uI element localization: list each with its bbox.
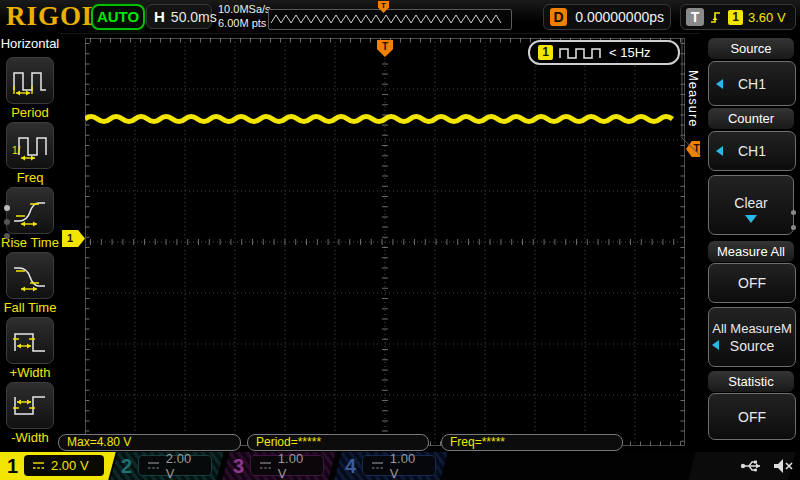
channel4-scale: 1.00 V <box>390 451 427 480</box>
frequency-counter-readout: 1 < 15Hz <box>528 40 680 65</box>
chevron-down-icon <box>745 215 757 223</box>
channel-status-bar: 1 2.00 V 2 2.00 V 3 1.00 V <box>0 452 800 480</box>
channel1-tab[interactable]: 1 2.00 V <box>0 452 112 480</box>
softkey-label-counter: Counter <box>708 108 794 129</box>
chevron-left-icon <box>712 340 719 350</box>
menu-item-minus-width[interactable]: -Width <box>0 382 60 447</box>
channel2-number: 2 <box>121 454 132 478</box>
rising-edge-icon <box>709 9 723 25</box>
channel4-number: 4 <box>345 454 356 478</box>
measurement-max: Max=4.80 V <box>58 434 241 451</box>
counter-channel-badge: 1 <box>538 45 553 60</box>
delay-label: D <box>550 8 567 26</box>
softkey-source[interactable]: CH1 <box>708 61 796 106</box>
rise-time-icon <box>11 195 49 227</box>
softkey-counter-source[interactable]: CH1 <box>708 131 796 171</box>
channel2-scale: 2.00 V <box>166 451 203 480</box>
left-menu-page-dots <box>4 205 10 239</box>
svg-text:1/: 1/ <box>12 145 21 156</box>
menu-item-fall-time[interactable]: Fall Time <box>0 252 60 317</box>
speaker-muted-icon <box>772 458 794 474</box>
measurement-freq: Freq=***** <box>441 434 623 451</box>
right-menu-page-dots <box>791 210 796 230</box>
channel1-ground-marker[interactable]: 1 <box>62 230 85 247</box>
sample-rate: 10.0MSa/s <box>218 2 271 16</box>
softkey-label-source: Source <box>708 38 794 59</box>
run-status-badge: AUTO <box>91 4 145 30</box>
graticule <box>85 38 685 446</box>
square-wave-icon <box>559 46 603 60</box>
channel1-number: 1 <box>7 454 18 478</box>
delay-box[interactable]: D 0.00000000ps <box>543 4 671 30</box>
channel2-tab[interactable]: 2 2.00 V <box>114 452 220 480</box>
dc-coupling-icon <box>371 460 384 471</box>
freq-icon: 1/ <box>11 130 49 162</box>
softkey-all-measure-source[interactable]: All MeasureM Source <box>708 307 796 367</box>
counter-value: < 15Hz <box>609 45 651 60</box>
ch1-trace <box>85 117 673 122</box>
left-menu: Horizontal Period 1/ Freq <box>0 33 60 452</box>
delay-value: 0.00000000ps <box>575 9 664 25</box>
plus-width-icon <box>11 325 49 357</box>
softkey-label-measure-all: Measure All <box>708 241 794 262</box>
usb-icon <box>740 459 764 473</box>
channel1-scale: 2.00 V <box>51 458 89 473</box>
trigger-level-value: 3.60 V <box>748 10 786 25</box>
minus-width-icon <box>11 390 49 422</box>
acquisition-info: 10.0MSa/s 6.00M pts <box>218 2 271 30</box>
waveform-preview[interactable] <box>268 9 512 30</box>
dc-coupling-icon <box>259 460 272 471</box>
period-icon <box>11 65 49 97</box>
softkey-label-statistic: Statistic <box>708 371 794 392</box>
channel3-tab[interactable]: 3 1.00 V <box>226 452 332 480</box>
trigger-source-badge: 1 <box>728 10 743 25</box>
menu-item-freq[interactable]: 1/ Freq <box>0 122 60 187</box>
softkey-clear[interactable]: Clear <box>708 175 794 235</box>
grid <box>85 38 685 446</box>
softkey-statistic[interactable]: OFF <box>708 393 796 440</box>
preview-wave-icon <box>269 10 509 27</box>
menu-item-period[interactable]: Period <box>0 57 60 122</box>
brand-logo: RIGOL <box>6 1 101 32</box>
chevron-left-icon <box>716 79 723 89</box>
softkey-measure-all[interactable]: OFF <box>708 263 796 303</box>
menu-item-plus-width[interactable]: +Width <box>0 317 60 382</box>
left-menu-title: Horizontal <box>0 36 60 51</box>
dc-coupling-icon <box>32 460 45 471</box>
channel3-number: 3 <box>233 454 244 478</box>
trigger-box[interactable]: T 1 3.60 V <box>680 4 796 30</box>
measure-menu-tab[interactable]: Measure <box>684 44 701 154</box>
dc-coupling-icon <box>147 460 160 471</box>
channel4-tab[interactable]: 4 1.00 V <box>338 452 444 480</box>
timebase-value: 50.0ms <box>171 9 217 25</box>
chevron-left-icon <box>716 146 723 156</box>
channel3-scale: 1.00 V <box>278 451 315 480</box>
measurement-period: Period=***** <box>247 434 429 451</box>
fall-time-icon <box>11 260 49 292</box>
system-icons-area <box>706 452 800 480</box>
memory-depth: 6.00M pts <box>218 16 271 30</box>
timebase-box[interactable]: H 50.0ms <box>146 4 212 29</box>
horizontal-label: H <box>154 8 165 25</box>
trigger-label: T <box>686 8 704 26</box>
